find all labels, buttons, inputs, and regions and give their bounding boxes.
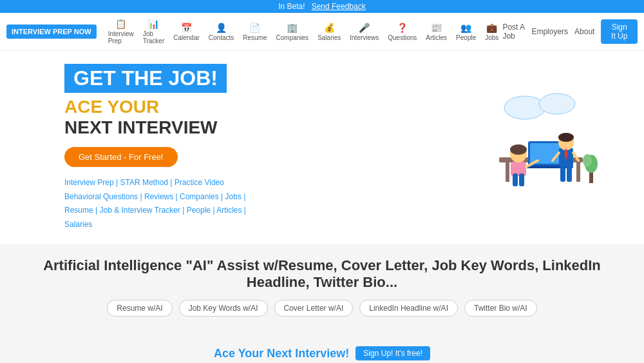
nav-item-interviews[interactable]: 🎤Interviews: [346, 21, 383, 43]
svg-point-25: [583, 154, 592, 167]
hero-sub2: NEXT INTERVIEW: [64, 117, 464, 138]
nav-logo[interactable]: INTERVIEW PREP NOW: [6, 25, 97, 39]
interview-title-row: Ace Your Next Interview! Sign Up! It's f…: [26, 346, 618, 360]
hero-section: GET THE JOB! ACE YOUR NEXT INTERVIEW Get…: [0, 51, 644, 244]
svg-rect-14: [519, 173, 524, 186]
ai-tabs: Resume w/AIJob Key Words w/AICover Lette…: [26, 300, 618, 317]
hero-link-line3: Resume | Job & Interview Tracker | Peopl…: [64, 204, 464, 218]
nav-item-resume[interactable]: 📄Resume: [239, 21, 270, 43]
nav-item-companies[interactable]: 🏢Companies: [272, 21, 313, 43]
svg-rect-9: [511, 162, 526, 176]
feedback-link[interactable]: Send Feedback: [312, 2, 366, 11]
svg-point-1: [539, 93, 575, 114]
svg-point-0: [504, 96, 545, 119]
nav-link-post-a-job[interactable]: Post A Job: [502, 23, 525, 41]
nav-item-contacts[interactable]: 👤Contacts: [205, 21, 238, 43]
nav-link-employers[interactable]: Employers: [531, 27, 568, 36]
nav-items: 📋Interview Prep📊Job Tracker📅Calendar👤Con…: [104, 17, 503, 46]
svg-rect-13: [513, 173, 518, 186]
interview-section: Ace Your Next Interview! Sign Up! It's f…: [0, 336, 644, 363]
hero-illustration: [464, 90, 605, 206]
get-started-button[interactable]: Get Started - For Free!: [64, 147, 178, 167]
svg-point-11: [510, 144, 527, 155]
nav-left: INTERVIEW PREP NOW 📋Interview Prep📊Job T…: [6, 17, 502, 46]
hero-links: Interview Prep | STAR Method | Practice …: [64, 176, 464, 231]
beta-text: In Beta!: [278, 2, 305, 11]
nav-item-jobs[interactable]: 💼Jobs: [481, 21, 502, 43]
signup-button[interactable]: Sign It Up: [601, 19, 638, 44]
svg-rect-3: [506, 162, 509, 182]
ai-tab-linkedin-headline-w/ai[interactable]: LinkedIn Headline w/AI: [359, 300, 458, 317]
hero-link-line1: Interview Prep | STAR Method | Practice …: [64, 176, 464, 190]
beta-bar: In Beta! Send Feedback: [0, 0, 644, 13]
hero-link-line2: Behavioral Questions | Reviews | Compani…: [64, 190, 464, 204]
illustration-svg: [464, 90, 605, 206]
svg-point-17: [558, 133, 574, 142]
hero-left: GET THE JOB! ACE YOUR NEXT INTERVIEW Get…: [64, 64, 464, 231]
signup-free-button[interactable]: Sign Up! It's free!: [355, 346, 430, 360]
nav-item-questions[interactable]: ❓Questions: [384, 21, 421, 43]
nav-item-job-tracker[interactable]: 📊Job Tracker: [139, 17, 169, 46]
svg-rect-4: [576, 162, 580, 182]
nav-right: Post A JobEmployersAbout Sign It Up: [502, 19, 638, 44]
nav-item-calendar[interactable]: 📅Calendar: [169, 21, 204, 43]
svg-rect-20: [567, 166, 572, 182]
hero-link-line4: Salaries: [64, 218, 464, 232]
main-nav: INTERVIEW PREP NOW 📋Interview Prep📊Job T…: [0, 13, 644, 51]
svg-rect-19: [560, 166, 565, 182]
ai-tab-twitter-bio-w/ai[interactable]: Twitter Bio w/AI: [464, 300, 537, 317]
nav-item-interview-prep[interactable]: 📋Interview Prep: [104, 17, 138, 46]
nav-item-people[interactable]: 👥People: [452, 21, 480, 43]
ai-tab-cover-letter-w/ai[interactable]: Cover Letter w/AI: [274, 300, 354, 317]
hero-headline: GET THE JOB!: [64, 64, 227, 93]
ai-tab-job-key-words-w/ai[interactable]: Job Key Words w/AI: [179, 300, 268, 317]
ai-title: Artificial Intelligence "AI" Assist w/Re…: [26, 257, 618, 291]
interview-title: Ace Your Next Interview!: [214, 347, 349, 360]
nav-link-about[interactable]: About: [574, 27, 594, 36]
nav-item-salaries[interactable]: 💰Salaries: [314, 21, 345, 43]
ai-tab-resume-w/ai[interactable]: Resume w/AI: [107, 300, 172, 317]
ai-section: Artificial Intelligence "AI" Assist w/Re…: [0, 244, 644, 336]
nav-item-articles[interactable]: 📰Articles: [422, 21, 451, 43]
hero-sub1: ACE YOUR: [64, 97, 464, 117]
